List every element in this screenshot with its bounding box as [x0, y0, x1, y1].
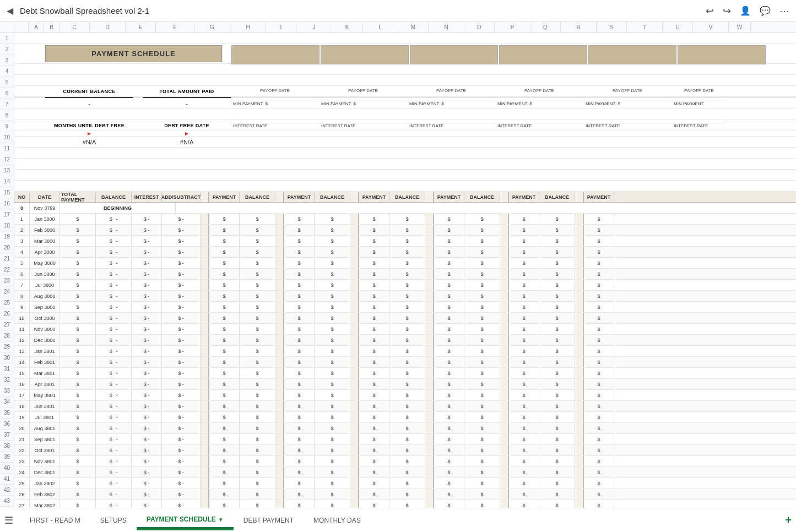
- dr15-sep6: [575, 368, 584, 378]
- dr1-d4-pay: $: [434, 214, 464, 224]
- tab-dropdown-icon[interactable]: ▼: [218, 517, 224, 523]
- row-num-27: 27: [0, 319, 14, 330]
- data-row-0: 0 Nov 3799 BEGINNING: [14, 203, 796, 214]
- dc1-interest-rate: INTEREST RATE: [231, 123, 319, 128]
- dr19-d5-pay: $: [509, 412, 539, 422]
- dr10-d3-pay: $: [359, 313, 389, 323]
- col-F[interactable]: F: [156, 22, 194, 32]
- col-I[interactable]: I: [266, 22, 296, 32]
- add-person-icon[interactable]: 👤: [740, 6, 751, 16]
- col-G[interactable]: G: [194, 22, 230, 32]
- th-d5-payment: PAYMENT: [509, 192, 539, 202]
- comment-icon[interactable]: 💬: [760, 6, 771, 16]
- dr27-d4-pay: $: [434, 500, 464, 508]
- dr24-add: $ -: [162, 467, 201, 477]
- row-num-12: 12: [0, 154, 14, 165]
- dr18-d1-pay: $: [209, 401, 240, 411]
- dr16-sep3: [350, 379, 359, 389]
- dr18-d3-pay: $: [359, 401, 389, 411]
- dr12-sep4: [425, 335, 434, 345]
- col-J[interactable]: J: [296, 22, 332, 32]
- dr2-no: 2: [14, 225, 30, 235]
- col-B[interactable]: B: [44, 22, 59, 32]
- data-row-20: 20 Aug 3801 $ $ - $ - $ - $ $ $ $ $ $ $ …: [14, 423, 796, 434]
- col-E[interactable]: E: [126, 22, 156, 32]
- dr6-d5-bal: $: [539, 269, 575, 279]
- undo-icon[interactable]: ↩: [706, 5, 714, 17]
- dr18-d4-bal: $: [464, 401, 500, 411]
- sheet-content: 1 2 3 4 5 6 7 8 9 10 11 12 13 14 15 16 1…: [0, 33, 796, 508]
- dr4-d2-bal: $: [315, 247, 350, 257]
- col-R[interactable]: R: [561, 22, 597, 32]
- dr20-d4-pay: $: [434, 423, 464, 433]
- dr8-d4-bal: $: [464, 291, 500, 301]
- dr2-total: $: [60, 225, 96, 235]
- tab-setups[interactable]: SETUPS: [90, 511, 137, 530]
- col-P[interactable]: P: [495, 22, 530, 32]
- dr7-sep2: [275, 280, 284, 290]
- col-U[interactable]: U: [663, 22, 693, 32]
- dr11-no: 11: [14, 324, 30, 334]
- dr24-sep4: [425, 467, 434, 477]
- dc5-payoff-label: PAYOFF DATE: [583, 88, 672, 94]
- redo-icon[interactable]: ↪: [723, 5, 731, 17]
- dr7-d5-bal: $: [539, 280, 575, 290]
- add-sheet-button[interactable]: +: [785, 514, 792, 526]
- col-Q[interactable]: Q: [530, 22, 561, 32]
- dr16-balance: $ -: [96, 379, 132, 389]
- dr14-total: $: [60, 357, 96, 367]
- dc5-min-label: MIN PAYMENT: [586, 101, 615, 106]
- col-A[interactable]: A: [29, 22, 44, 32]
- col-K[interactable]: K: [332, 22, 362, 32]
- col-T[interactable]: T: [627, 22, 663, 32]
- back-icon[interactable]: ◀: [7, 6, 13, 16]
- dr13-d2-pay: $: [284, 346, 315, 356]
- dr21-add: $ -: [162, 434, 201, 444]
- col-S[interactable]: S: [597, 22, 627, 32]
- dr8-d3-pay: $: [359, 291, 389, 301]
- col-D[interactable]: D: [90, 22, 126, 32]
- dr21-d1-bal: $: [240, 434, 275, 444]
- row-num-41: 41: [0, 474, 14, 485]
- dc1-min-symbol: $: [265, 101, 267, 106]
- col-L[interactable]: L: [362, 22, 398, 32]
- dr11-d6-pay: $: [584, 324, 614, 334]
- dr3-d6-pay: $: [584, 236, 614, 246]
- dr23-balance: $ -: [96, 456, 132, 466]
- col-H[interactable]: H: [230, 22, 266, 32]
- dr15-sep2: [275, 368, 284, 378]
- dr21-sep6: [575, 434, 584, 444]
- hamburger-menu[interactable]: ☰: [4, 514, 13, 526]
- col-W[interactable]: W: [729, 22, 751, 32]
- row-num-40: 40: [0, 463, 14, 474]
- dr24-d3-pay: $: [359, 467, 389, 477]
- dr25-no: 25: [14, 478, 30, 488]
- col-N[interactable]: N: [429, 22, 464, 32]
- col-O[interactable]: O: [464, 22, 495, 32]
- dr23-no: 23: [14, 456, 30, 466]
- total-paid-label-cell: TOTAL AMOUNT PAID: [143, 89, 231, 94]
- col-V[interactable]: V: [693, 22, 729, 32]
- dr15-d4-pay: $: [434, 368, 464, 378]
- dr5-d5-pay: $: [509, 258, 539, 268]
- tab-first-read[interactable]: FIRST - READ M: [20, 511, 90, 530]
- dc6-interest-rate: INTEREST RATE: [672, 123, 727, 128]
- dr18-d3-bal: $: [389, 401, 425, 411]
- dr27-sep6: [575, 500, 584, 508]
- tab-setups-label: SETUPS: [100, 517, 127, 524]
- dr26-no: 26: [14, 489, 30, 500]
- tab-monthly-das[interactable]: MONTHLY DAS: [304, 511, 371, 530]
- dr3-balance: $ -: [96, 236, 132, 246]
- tab-debt-payment[interactable]: DEBT PAYMENT: [234, 511, 304, 530]
- row-num-21: 21: [0, 253, 14, 264]
- dr3-no: 3: [14, 236, 30, 246]
- dr11-d2-pay: $: [284, 324, 315, 334]
- tab-payment-schedule[interactable]: PAYMENT SCHEDULE ▼: [137, 511, 234, 530]
- more-icon[interactable]: ⋯: [779, 5, 789, 17]
- dr9-no: 9: [14, 302, 30, 312]
- dr15-d2-pay: $: [284, 368, 315, 378]
- dr5-d6-pay: $: [584, 258, 614, 268]
- col-M[interactable]: M: [398, 22, 429, 32]
- col-C[interactable]: C: [59, 22, 90, 32]
- dr5-sep6: [575, 258, 584, 268]
